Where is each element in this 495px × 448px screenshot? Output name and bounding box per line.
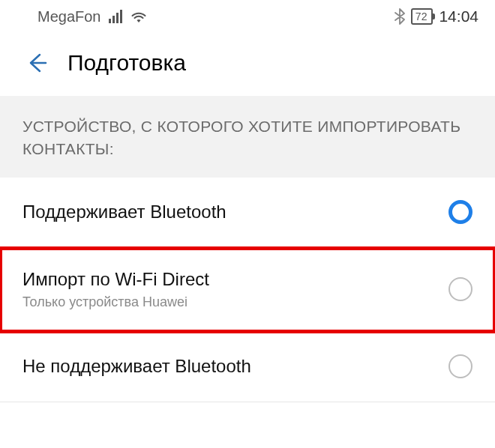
option-label: Не поддерживает Bluetooth (22, 356, 251, 377)
status-right: 72 14:04 (394, 7, 478, 25)
option-wifi-direct[interactable]: Импорт по Wi-Fi Direct Только устройства… (0, 248, 495, 332)
option-sublabel: Только устройства Huawei (22, 294, 209, 310)
clock: 14:04 (439, 7, 478, 25)
app-header: Подготовка (0, 33, 495, 96)
wifi-icon (130, 9, 148, 24)
back-arrow-icon (25, 52, 47, 74)
radio-icon (448, 354, 472, 378)
status-left: MegaFon (38, 8, 148, 25)
status-bar: MegaFon 72 14:04 (0, 0, 495, 33)
carrier-label: MegaFon (38, 8, 101, 25)
option-label: Импорт по Wi-Fi Direct (22, 269, 209, 290)
page-title: Подготовка (68, 50, 186, 76)
options-list: Поддерживает Bluetooth Импорт по Wi-Fi D… (0, 178, 495, 402)
radio-icon (448, 277, 472, 301)
back-button[interactable] (22, 49, 50, 76)
bluetooth-icon (394, 8, 405, 25)
section-heading: УСТРОЙСТВО, С КОТОРОГО ХОТИТЕ ИМПОРТИРОВ… (0, 96, 495, 178)
battery-level: 72 (416, 11, 428, 22)
radio-icon (448, 200, 472, 224)
battery-icon: 72 (411, 8, 434, 25)
option-no-bluetooth[interactable]: Не поддерживает Bluetooth (0, 332, 495, 402)
option-bluetooth[interactable]: Поддерживает Bluetooth (0, 178, 495, 248)
option-label: Поддерживает Bluetooth (22, 202, 226, 223)
signal-icon (109, 10, 122, 23)
